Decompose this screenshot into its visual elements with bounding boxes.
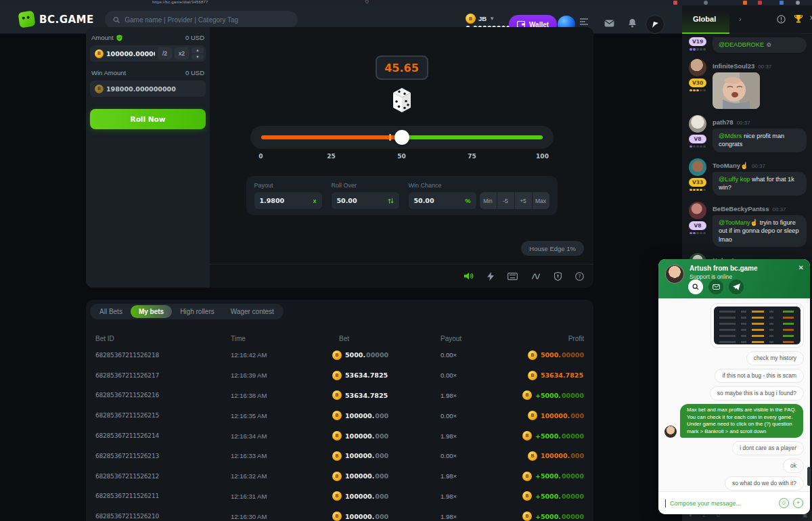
- game-search[interactable]: [105, 11, 298, 28]
- search-icon: [113, 16, 120, 24]
- table-row[interactable]: 6828536721152621712:16:39 AM 53634.7825 …: [86, 365, 593, 386]
- attach-plus-icon[interactable]: +: [793, 498, 803, 508]
- win-amount-field[interactable]: 198000.000000000: [90, 81, 206, 97]
- avatar[interactable]: [689, 202, 706, 219]
- chevron-right-icon[interactable]: ›: [739, 15, 742, 23]
- chat-message: V8 BeBeBeckyPantss00:37 @TooMany☝ tryin …: [687, 202, 807, 248]
- table-row[interactable]: 6828536721152621812:16:42 AM 5000.00000 …: [86, 345, 593, 365]
- emoji-smiley-icon[interactable]: ☺: [779, 498, 789, 508]
- support-agent-avatar: [665, 265, 684, 284]
- search-input[interactable]: [125, 16, 290, 24]
- bet-amount-field[interactable]: 100000.000000000 /2 x2 ▲ ▼: [90, 45, 206, 62]
- table-row[interactable]: 6828536721152621312:16:33 AM 100000.000 …: [86, 446, 593, 466]
- jb-coin-icon: [332, 431, 342, 440]
- table-row[interactable]: 6828536721152621012:16:30 AM 100000.000 …: [86, 506, 593, 521]
- table-row[interactable]: 6828536721152621412:16:34 AM 100000.000 …: [86, 426, 593, 446]
- extension-icon[interactable]: [673, 1, 677, 5]
- max-button[interactable]: Max: [533, 192, 549, 209]
- search-icon[interactable]: [688, 279, 703, 294]
- avatar[interactable]: [689, 59, 706, 76]
- jb-coin-icon: [332, 472, 342, 481]
- double-bet-button[interactable]: x2: [175, 47, 189, 60]
- mention-link[interactable]: @TooMany☝: [719, 219, 758, 226]
- roll-now-button[interactable]: Roll Now: [90, 109, 206, 129]
- bookmark-icon[interactable]: ⛉: [365, 0, 369, 5]
- history-screenshot-thumbnail: [714, 307, 800, 344]
- chat-username[interactable]: InfiniteSoul23: [713, 62, 754, 70]
- table-row[interactable]: 6828536721152621612:16:38 AM 53634.7825 …: [86, 386, 593, 406]
- chat-username[interactable]: TooMany☝: [713, 162, 748, 169]
- roll-over-input[interactable]: 50.00: [332, 192, 399, 209]
- col-profit: Profit: [522, 335, 584, 342]
- chat-username[interactable]: BeBeBeckyPantss: [713, 205, 769, 212]
- tab-my-bets[interactable]: My bets: [131, 305, 172, 318]
- address-bar[interactable]: https://bc.game/dial/3456877: [152, 0, 208, 4]
- extension-icon[interactable]: [758, 1, 762, 5]
- menu-list-icon[interactable]: [579, 18, 589, 26]
- jb-coin-icon: [528, 451, 537, 461]
- help-icon[interactable]: ?: [575, 272, 584, 281]
- currency-code: JB: [478, 15, 487, 22]
- payout-input[interactable]: 1.9800 x: [254, 192, 322, 209]
- extension-icon[interactable]: [743, 1, 747, 5]
- table-row[interactable]: 6828536721152621512:16:35 AM 100000.000 …: [86, 405, 593, 426]
- mention-link[interactable]: @Luffy kop: [719, 176, 750, 183]
- sound-icon[interactable]: [464, 272, 474, 280]
- col-payout: Payout: [441, 335, 522, 342]
- scrollbar-thumb[interactable]: [807, 467, 811, 486]
- trophy-icon[interactable]: [794, 14, 803, 26]
- roll-slider-handle[interactable]: [394, 130, 409, 145]
- hotkeys-keyboard-icon[interactable]: [508, 273, 518, 280]
- minus-5-button[interactable]: -5: [497, 192, 514, 209]
- browser-profile-icon[interactable]: [780, 1, 784, 5]
- min-button[interactable]: Min: [480, 192, 497, 209]
- roll-slider[interactable]: [250, 126, 554, 149]
- stepper-up-button[interactable]: ▲: [191, 47, 204, 53]
- house-edge-badge[interactable]: House Edge 1%: [521, 241, 584, 256]
- chat-tab-global[interactable]: Global: [682, 5, 729, 34]
- table-row[interactable]: 6828536721152621112:16:31 AM 100000.000 …: [86, 486, 593, 507]
- notifications-bell-icon[interactable]: [628, 18, 637, 28]
- extension-icon[interactable]: [704, 1, 708, 5]
- chat-username[interactable]: path78: [713, 118, 734, 126]
- turbo-lightning-icon[interactable]: [487, 272, 494, 281]
- table-row[interactable]: 6828536721152621212:16:32 AM 100000.000 …: [86, 466, 593, 486]
- avatar[interactable]: [689, 158, 706, 176]
- bet-controls-panel: Amount 0 USD 100000.000000000 /2 x2 ▲ ▼ …: [86, 27, 210, 288]
- tab-wager-contest[interactable]: Wager contest: [223, 305, 282, 318]
- tab-all-bets[interactable]: All Bets: [91, 305, 131, 318]
- mail-icon[interactable]: [604, 20, 614, 27]
- level-badge: V19: [689, 37, 706, 46]
- stepper-down-button[interactable]: ▼: [191, 54, 204, 60]
- tab-high-rollers[interactable]: High rollers: [172, 305, 223, 318]
- support-user-message: so what do we do with it?: [725, 476, 804, 491]
- win-chance-input[interactable]: 50.00 %: [409, 192, 476, 209]
- roll-slider-track[interactable]: [261, 135, 543, 139]
- chat-image-crying-baby[interactable]: [713, 72, 760, 109]
- support-compose-input[interactable]: Compose your message...: [670, 500, 775, 507]
- mention-link[interactable]: @Mdsrs: [719, 133, 742, 139]
- browser-menu-icon[interactable]: [796, 1, 800, 5]
- avatar[interactable]: [689, 115, 706, 133]
- chat-message: V33 TooMany☝00:37 @Luffy kop what for th…: [687, 158, 807, 196]
- fairness-shield-icon[interactable]: [554, 272, 562, 281]
- telegram-icon[interactable]: [729, 279, 744, 294]
- jb-coin-icon: [522, 472, 532, 481]
- close-icon[interactable]: ✕: [798, 264, 804, 271]
- swap-arrows-icon[interactable]: [388, 198, 394, 204]
- chat-panel-header: Global › ✕: [682, 5, 812, 34]
- level-badge: V8: [689, 135, 706, 143]
- bcgame-logo[interactable]: BC.GAME: [19, 12, 94, 27]
- chat-toggle-button[interactable]: [646, 15, 664, 34]
- live-stats-icon[interactable]: [531, 273, 541, 280]
- half-bet-button[interactable]: /2: [158, 47, 172, 60]
- mention-link[interactable]: @DEADBROKE: [719, 41, 764, 48]
- email-icon[interactable]: [708, 279, 723, 294]
- close-icon[interactable]: ✕: [809, 14, 812, 22]
- plus-5-button[interactable]: +5: [515, 192, 532, 209]
- roll-over-value: 50.00: [337, 197, 357, 204]
- chat-rules-icon[interactable]: [777, 14, 786, 26]
- verified-shield-icon: [116, 35, 122, 41]
- jb-coin-icon: [95, 85, 104, 93]
- history-screenshot-attachment[interactable]: [710, 303, 804, 348]
